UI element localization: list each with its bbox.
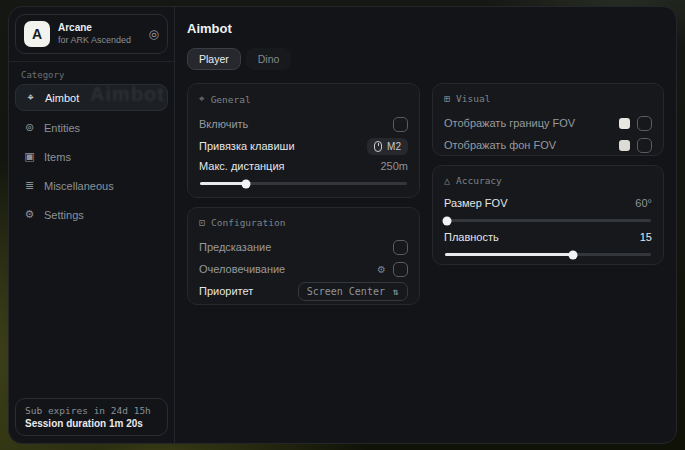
slider-thumb[interactable] (568, 250, 577, 259)
tab-bar: Player Dino (187, 48, 664, 70)
fov-background-checkbox[interactable] (637, 138, 652, 153)
prediction-row: Предсказание (199, 236, 408, 258)
enable-label: Включить (199, 118, 248, 130)
humanization-checkbox[interactable] (393, 262, 408, 277)
app-title: Arcane (58, 22, 141, 35)
section-title-configuration: Configuration (211, 217, 285, 228)
smoothness-value: 15 (640, 231, 652, 243)
app-subtitle: for ARK Ascended (58, 35, 141, 46)
section-title-visual: Visual (456, 93, 490, 104)
crosshair-icon: ⌖ (24, 91, 37, 104)
slider-thumb[interactable] (241, 179, 250, 188)
priority-select[interactable]: Screen Center ⇅ (298, 282, 408, 301)
humanization-label: Очеловечивание (199, 263, 285, 275)
tune-icon: ⊡ (199, 217, 205, 228)
smoothness-row: Плавность 15 (444, 228, 652, 246)
box-icon: ▣ (23, 150, 36, 163)
keybind-button[interactable]: M2 (367, 138, 408, 155)
visual-card: ⊞ Visual Отображать границу FOV Отобража… (432, 83, 664, 156)
game-overlay-background: { "icons": { "aimbot": "⌖", "entities": … (0, 0, 685, 450)
smoothness-slider[interactable] (445, 253, 651, 256)
sidebar-item-settings[interactable]: ⚙ Settings (15, 202, 168, 227)
sidebar-item-miscellaneous[interactable]: ≣ Miscellaneous (15, 173, 168, 198)
tab-dino[interactable]: Dino (246, 48, 292, 70)
sidebar-nav: ⌖ Aimbot Aimbot ⊚ Entities ▣ Items ≣ Mis… (9, 84, 174, 227)
fov-background-row: Отображать фон FOV (444, 134, 652, 156)
main-content: Aimbot Player Dino ⌖ General Включить (175, 7, 676, 443)
configuration-card: ⊡ Configuration Предсказание Очеловечива… (187, 207, 420, 305)
section-title-general: General (211, 94, 251, 105)
fov-border-color-swatch[interactable] (619, 118, 630, 129)
section-title-accuracy: Accuracy (456, 175, 502, 186)
keybind-value: M2 (387, 141, 401, 152)
enable-row: Включить (199, 113, 408, 135)
sidebar-item-label: Entities (44, 122, 80, 134)
fov-size-row: Размер FOV 60° (444, 194, 652, 212)
app-window: A Arcane for ARK Ascended ◎ Category ⌖ A… (8, 6, 677, 444)
fov-border-checkbox[interactable] (637, 116, 652, 131)
prediction-checkbox[interactable] (393, 240, 408, 255)
priority-value: Screen Center (307, 286, 385, 297)
max-distance-slider[interactable] (200, 182, 407, 185)
fov-background-color-swatch[interactable] (619, 140, 630, 151)
max-distance-label: Макс. дистанция (199, 160, 285, 172)
gear-icon: ⚙ (23, 208, 36, 221)
accuracy-card: △ Accuracy Размер FOV 60° Плавность 15 (432, 165, 664, 265)
sidebar-item-label: Aimbot (45, 92, 79, 104)
session-duration: Session duration 1m 20s (25, 418, 158, 429)
scan-icon: ⊚ (23, 121, 36, 134)
sidebar: A Arcane for ARK Ascended ◎ Category ⌖ A… (9, 7, 175, 443)
fov-background-label: Отображать фон FOV (444, 139, 556, 151)
mouse-icon (374, 141, 382, 152)
sort-arrows-icon: ⇅ (393, 286, 399, 297)
sidebar-item-label: Miscellaneous (44, 180, 114, 192)
sidebar-item-aimbot[interactable]: ⌖ Aimbot Aimbot (15, 84, 168, 111)
sidebar-item-items[interactable]: ▣ Items (15, 144, 168, 169)
fov-border-label: Отображать границу FOV (444, 117, 575, 129)
page-title: Aimbot (187, 21, 664, 36)
tab-player[interactable]: Player (187, 48, 241, 70)
triangle-icon: △ (444, 175, 450, 186)
sidebar-item-label: Items (44, 151, 71, 163)
slider-thumb[interactable] (443, 216, 452, 225)
subscription-expiry: Sub expires in 24d 15h (25, 405, 158, 416)
priority-label: Приоритет (199, 285, 253, 297)
target-icon[interactable]: ◎ (149, 27, 159, 41)
grid-icon: ⊞ (444, 93, 450, 104)
fov-border-row: Отображать границу FOV (444, 112, 652, 134)
sliders-icon: ≣ (23, 179, 36, 192)
fov-size-value: 60° (635, 197, 652, 209)
sidebar-item-label: Settings (44, 209, 84, 221)
priority-row: Приоритет Screen Center ⇅ (199, 280, 408, 302)
gear-icon[interactable]: ⚙ (377, 264, 386, 275)
max-distance-row: Макс. дистанция 250m (199, 157, 408, 175)
humanization-row: Очеловечивание ⚙ (199, 258, 408, 280)
prediction-label: Предсказание (199, 241, 271, 253)
max-distance-value: 250m (380, 160, 408, 172)
enable-checkbox[interactable] (393, 117, 408, 132)
crosshair-icon: ⌖ (199, 93, 205, 105)
aimbot-ghost-text: Aimbot (90, 83, 165, 106)
logo-card: A Arcane for ARK Ascended ◎ (15, 14, 168, 54)
category-label: Category (9, 62, 174, 84)
fov-size-label: Размер FOV (444, 197, 507, 209)
session-info-card: Sub expires in 24d 15h Session duration … (15, 398, 168, 436)
app-logo: A (24, 21, 50, 47)
keybind-label: Привязка клавиши (199, 140, 295, 152)
general-card: ⌖ General Включить Привязка клавиши M2 (187, 83, 420, 198)
fov-size-slider[interactable] (445, 219, 651, 222)
smoothness-label: Плавность (444, 231, 499, 243)
keybind-row: Привязка клавиши M2 (199, 135, 408, 157)
sidebar-item-entities[interactable]: ⊚ Entities (15, 115, 168, 140)
